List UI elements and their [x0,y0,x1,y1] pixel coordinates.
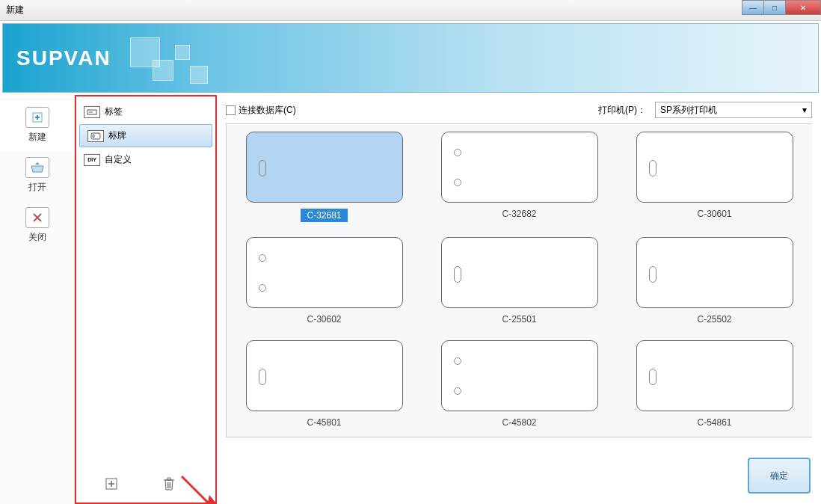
template-item[interactable]: C-25502 [624,237,805,326]
slot-hole-icon [454,266,461,283]
window-maximize-button[interactable]: □ [763,0,786,15]
brand-logo: SUPVAN [16,46,111,70]
circle-hole-icon [454,387,461,395]
template-preview[interactable] [246,132,403,203]
category-label-tag-text: 标签 [105,105,123,118]
template-item[interactable]: C-25501 [429,237,609,326]
template-label: C-54861 [697,417,731,428]
window-minimize-button[interactable]: — [742,0,764,15]
ok-button[interactable]: 确定 [748,458,811,494]
template-item[interactable]: C-32682 [429,132,609,224]
template-preview[interactable] [441,132,598,203]
toolbar-close-label: 关闭 [0,231,74,244]
template-label: C-32681 [301,209,347,222]
slot-hole-icon [649,369,657,385]
template-item[interactable]: C-32681 [234,132,414,224]
window-title: 新建 [6,4,24,16]
template-preview[interactable] [636,340,793,411]
circle-hole-icon [259,254,266,262]
checkbox-icon [226,105,236,115]
window-close-button[interactable]: ✕ [785,0,821,15]
toolbar-new[interactable]: 新建 [0,101,74,151]
footer: 确定 [0,455,821,500]
template-label: C-25501 [502,314,536,325]
connect-db-checkbox[interactable]: 连接数据库(C) [226,104,296,117]
tag-icon [84,106,100,118]
category-plate-text: 标牌 [108,129,126,142]
slot-hole-icon [259,160,266,176]
printer-selected-value: SP系列打印机 [660,104,717,117]
diy-icon: DIY [84,154,100,166]
template-grid: C-32681C-32682C-30601C-30602C-25501C-255… [226,123,812,437]
template-label: C-25502 [697,314,731,325]
template-label: C-45801 [307,417,341,428]
new-icon [25,107,49,128]
template-preview[interactable] [636,237,793,308]
template-label: C-30602 [307,314,341,325]
template-preview[interactable] [246,237,403,308]
template-preview[interactable] [636,132,793,203]
left-toolbar: 新建 打开 关闭 [0,95,75,504]
svg-rect-4 [93,135,94,138]
slot-hole-icon [649,266,657,283]
circle-hole-icon [454,357,461,365]
category-label-tag[interactable]: 标签 [76,101,215,123]
window-titlebar: 新建 — □ ✕ [0,0,821,21]
template-item[interactable]: C-30601 [624,132,805,224]
ok-button-label: 确定 [770,470,788,482]
add-page-button[interactable] [105,477,118,491]
template-item[interactable]: C-54861 [624,340,805,429]
chevron-down-icon: ▾ [802,105,807,115]
open-icon [25,157,49,178]
template-label: C-45802 [502,417,536,428]
delete-button[interactable] [163,477,176,491]
category-diy-text: 自定义 [105,153,132,166]
toolbar-new-label: 新建 [0,131,74,144]
template-item[interactable]: C-30602 [234,237,414,326]
circle-hole-icon [454,149,461,156]
category-diy[interactable]: DIY 自定义 [76,149,215,170]
toolbar-open-label: 打开 [0,181,74,194]
toolbar-open[interactable]: 打开 [0,151,74,201]
slot-hole-icon [649,160,657,176]
category-plate[interactable]: 标牌 [79,124,212,147]
template-preview[interactable] [441,237,598,308]
template-label: C-30601 [697,209,731,219]
circle-hole-icon [454,179,461,186]
connect-db-label: 连接数据库(C) [239,104,296,117]
template-item[interactable]: C-45802 [429,340,609,429]
main-panel: 连接数据库(C) 打印机(P)： SP系列打印机 ▾ C-32681C-3268… [217,95,821,504]
circle-hole-icon [259,284,266,292]
close-icon [25,207,49,228]
toolbar-close[interactable]: 关闭 [0,201,74,251]
template-label: C-32682 [502,209,536,219]
category-panel: 标签 标牌 DIY 自定义 [75,95,217,504]
app-header: SUPVAN [2,23,819,93]
template-preview[interactable] [441,340,598,411]
plate-icon [87,130,104,142]
slot-hole-icon [259,369,266,385]
printer-select[interactable]: SP系列打印机 ▾ [655,102,812,118]
template-preview[interactable] [246,340,403,411]
printer-label: 打印机(P)： [598,104,646,117]
template-item[interactable]: C-45801 [234,340,414,429]
